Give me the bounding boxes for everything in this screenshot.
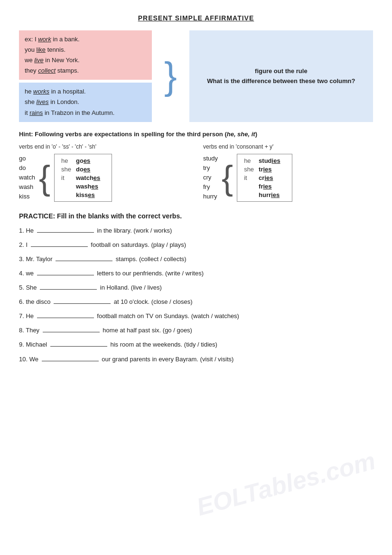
blank-3[interactable] <box>56 261 112 261</box>
conj-tries: tries <box>259 166 280 173</box>
verb-go: go <box>19 155 35 162</box>
right-column-label: verbs end in 'consonant + y' <box>203 143 373 150</box>
left-verb-column: verbs end in 'o' - 'ss' - 'ch' - 'sh' go… <box>19 143 189 202</box>
blue-line-2: she lives in London. <box>25 98 79 105</box>
blue-line-1: he works in a hospital. <box>25 88 86 95</box>
hint-section: Hint: Following verbs are expectations i… <box>19 131 373 202</box>
verb-hurry: hurry <box>203 193 218 200</box>
blank-1[interactable] <box>37 232 94 233</box>
practice-item-10: 10. We our grand parents in every Bayram… <box>19 354 373 365</box>
blank-9[interactable] <box>50 346 107 347</box>
practice-title: PRACTICE: Fill in the blanks with the co… <box>19 212 373 220</box>
practice-item-1: 1. He in the library. (work / works) <box>19 226 373 236</box>
blank-7[interactable] <box>37 318 94 318</box>
left-verb-list: go do watch wash kiss <box>19 154 35 200</box>
verb-kiss: kiss <box>19 193 35 200</box>
conj-watches: watches <box>76 174 100 181</box>
practice-item-9: 9. Michael his room at the weekends. (ti… <box>19 339 373 350</box>
blue-line-3: it rains in Trabzon in the Autumn. <box>25 109 114 116</box>
verb-study: study <box>203 155 218 162</box>
blank-6[interactable] <box>54 303 111 304</box>
example-boxes: ex: I work in a bank. you like tennis. w… <box>19 30 152 122</box>
pronoun-it: it <box>61 174 71 181</box>
verb-do: do <box>19 164 35 171</box>
practice-item-4: 4. we letters to our penfriends. (write … <box>19 268 373 279</box>
verb-try: try <box>203 164 218 171</box>
blank-4[interactable] <box>37 275 94 275</box>
pink-line-3: we live in New York. <box>25 56 80 64</box>
left-verb-grid: he goes she does it watches washes <box>54 154 112 202</box>
right-bracket: { <box>222 160 233 195</box>
right-verb-inner: study try cry fry hurry { he studies she… <box>203 154 373 202</box>
pink-line-1: ex: I work in a bank. <box>25 36 80 43</box>
practice-item-5: 5. She in Holland. (live / lives) <box>19 282 373 293</box>
pronoun-it-r: it <box>244 174 254 181</box>
blank-10[interactable] <box>42 361 99 361</box>
conj-washes: washes <box>76 183 100 190</box>
right-verb-column: verbs end in 'consonant + y' study try c… <box>203 143 373 202</box>
conj-goes: goes <box>76 157 100 164</box>
verb-wash: wash <box>19 183 35 190</box>
verb-cry: cry <box>203 174 218 181</box>
figure-out-box: figure out the rule What is the differen… <box>189 30 373 122</box>
pronoun-she: she <box>61 166 71 173</box>
verb-fry: fry <box>203 183 218 190</box>
pink-line-4: they collect stamps. <box>25 67 79 74</box>
conj-kisses: kisses <box>76 191 100 198</box>
practice-section: PRACTICE: Fill in the blanks with the co… <box>19 212 373 365</box>
top-section: ex: I work in a bank. you like tennis. w… <box>19 30 373 122</box>
figure-out-line1: figure out the rule <box>255 67 308 75</box>
pronoun-he: he <box>61 157 71 164</box>
blue-example-box: he works in a hospital. she lives in Lon… <box>19 83 152 122</box>
practice-item-6: 6. the disco at 10 o'clock. (close / clo… <box>19 297 373 307</box>
practice-item-7: 7. He football match on TV on Sundays. (… <box>19 311 373 321</box>
left-column-label: verbs end in 'o' - 'ss' - 'ch' - 'sh' <box>19 143 189 150</box>
practice-item-3: 3. Mr. Taylor stamps. (collect / collect… <box>19 254 373 264</box>
conj-studies: studies <box>259 157 280 164</box>
verb-watch: watch <box>19 174 35 181</box>
practice-item-2: 2. I football on saturdays. (play / play… <box>19 240 373 250</box>
conj-fries: fries <box>259 183 280 190</box>
blank-2[interactable] <box>31 246 88 247</box>
conj-cries: cries <box>259 174 280 181</box>
watermark: EOLTables.com <box>194 446 379 521</box>
left-verb-inner: go do watch wash kiss { he goes she does <box>19 154 189 202</box>
bracket-connector: } <box>160 30 181 122</box>
pink-example-box: ex: I work in a bank. you like tennis. w… <box>19 30 152 80</box>
page-title: PRESENT SIMPLE AFFIRMATIVE <box>19 14 373 22</box>
conj-does: does <box>76 166 100 173</box>
blank-8[interactable] <box>43 332 100 332</box>
right-verb-list: study try cry fry hurry <box>203 154 218 200</box>
pronoun-he-r: he <box>244 157 254 164</box>
figure-out-line2: What is the difference between these two… <box>207 77 355 85</box>
practice-item-8: 8. They home at half past six. (go / goe… <box>19 325 373 336</box>
hint-title: Hint: Following verbs are expectations i… <box>19 131 373 138</box>
conj-hurries: hurries <box>259 191 280 198</box>
verb-tables-row: verbs end in 'o' - 'ss' - 'ch' - 'sh' go… <box>19 143 373 202</box>
blank-5[interactable] <box>40 289 97 290</box>
left-bracket: { <box>39 160 50 195</box>
pink-line-2: you like tennis. <box>25 46 65 53</box>
right-verb-grid: he studies she tries it cries fries <box>237 154 292 202</box>
pronoun-she-r: she <box>244 166 254 173</box>
